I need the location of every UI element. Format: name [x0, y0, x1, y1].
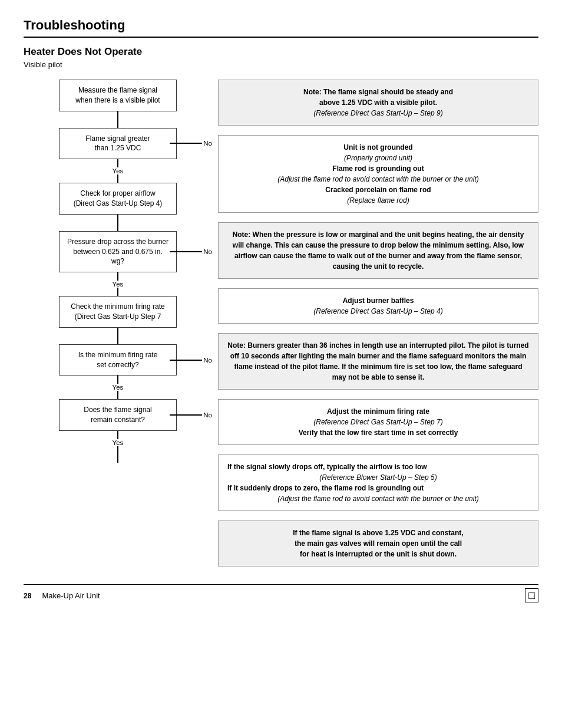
note-2: Unit is not grounded (Properly ground un… [218, 135, 538, 213]
note-2-line5: Cracked porcelain on flame rod [227, 185, 529, 195]
vc [117, 431, 118, 439]
vc [117, 446, 118, 463]
note-7-line4: (Adjust the flame rod to avoid contact w… [227, 493, 529, 504]
flow-right-column: Note: The flame signal should be steady … [212, 80, 538, 566]
no-label-4: No [203, 248, 212, 255]
branch-row-4: Pressure drop across the burnerbetween 0… [24, 231, 212, 272]
yes-label-2: Yes [113, 167, 124, 174]
no-connector-4: No [170, 248, 212, 255]
note-3: Note: When the pressure is low or margin… [218, 222, 538, 279]
flow-diagram: Measure the flame signalwhen there is a … [24, 80, 538, 566]
yes-section-4: Yes [24, 272, 212, 296]
note-7-line3: If it suddenly drops to zero, the flame … [227, 483, 529, 493]
note-6-line2: (Reference Direct Gas Start-Up – Step 7) [227, 417, 529, 427]
note-3-content: Note: When the pressure is low or margin… [227, 229, 529, 272]
note-7-line2: (Reference Blower Start-Up – Step 5) [227, 472, 529, 483]
no-connector-7: No [170, 411, 212, 419]
flow-box-6: Is the minimum firing rateset correctly? [59, 344, 177, 376]
flow-box-1: Measure the flame signalwhen there is a … [59, 80, 177, 111]
vc [117, 159, 118, 167]
no-connector-2: No [170, 140, 212, 147]
note-2-line2: (Properly ground unit) [227, 153, 529, 163]
note-2-line3: Flame rod is grounding out [227, 163, 529, 174]
section-subtitle: Visible pilot [24, 60, 538, 69]
page-number: 28 [24, 592, 31, 600]
vc [117, 288, 118, 296]
connector-line [117, 328, 118, 344]
note-1-ref: (Reference Direct Gas Start-Up – Step 9) [227, 108, 529, 118]
no-label-2: No [203, 140, 212, 147]
note-2-line1: Unit is not grounded [227, 142, 529, 153]
note-4: Adjust burner baffles (Reference Direct … [218, 288, 538, 324]
h-line [170, 414, 202, 416]
branch-row-7: Does the flame signalremain constant? No [24, 399, 212, 431]
h-line [170, 251, 202, 252]
note-5: Note: Burners greater than 36 inches in … [218, 333, 538, 390]
note-6-line3: Verify that the low fire start time in s… [227, 427, 529, 438]
note-8: If the flame signal is above 1.25 VDC an… [218, 521, 538, 566]
yes-label-6: Yes [113, 384, 124, 391]
flow-left-column: Measure the flame signalwhen there is a … [24, 80, 212, 463]
yes-label-7: Yes [113, 439, 124, 446]
note-7-line1: If the signal slowly drops off, typicall… [227, 462, 529, 472]
yes-label-4: Yes [113, 281, 124, 288]
connector-line [117, 215, 118, 231]
branch-row-2: Flame signal greaterthan 1.25 VDC No [24, 128, 212, 160]
flow-box-2: Flame signal greaterthan 1.25 VDC [59, 128, 177, 160]
product-name: Make-Up Air Unit [42, 591, 100, 600]
note-1: Note: The flame signal should be steady … [218, 80, 538, 126]
vc [117, 174, 118, 183]
vc [117, 375, 118, 384]
h-line [170, 360, 202, 361]
note-1-title: Note: The flame signal should be steady … [227, 87, 529, 108]
note-4-title: Adjust burner baffles [227, 295, 529, 306]
note-6: Adjust the minimum firing rate (Referenc… [218, 399, 538, 445]
vc [117, 272, 118, 281]
footer-icon: □ [525, 588, 538, 602]
flow-box-7: Does the flame signalremain constant? [59, 399, 177, 431]
yes-section-2: Yes [24, 159, 212, 183]
no-label-6: No [203, 357, 212, 364]
page-title: Troubleshooting [24, 18, 538, 38]
h-line [170, 143, 202, 144]
flow-box-4: Pressure drop across the burnerbetween 0… [59, 231, 177, 272]
flow-box-3: Check for proper airflow(Direct Gas Star… [59, 183, 177, 215]
no-label-7: No [203, 411, 212, 419]
yes-section-6: Yes [24, 375, 212, 399]
section-title: Heater Does Not Operate [24, 46, 538, 58]
note-5-content: Note: Burners greater than 36 inches in … [227, 340, 529, 383]
note-2-line6: (Replace flame rod) [227, 195, 529, 206]
footer-left: 28 Make-Up Air Unit [24, 591, 100, 600]
no-connector-6: No [170, 357, 212, 364]
footer: 28 Make-Up Air Unit □ [24, 584, 538, 602]
note-8-content: If the flame signal is above 1.25 VDC an… [227, 528, 529, 559]
flow-box-5: Check the minimum firing rate(Direct Gas… [59, 296, 177, 328]
note-6-line1: Adjust the minimum firing rate [227, 406, 529, 417]
note-4-ref: (Reference Direct Gas Start-Up – Step 4) [227, 306, 529, 317]
vc [117, 391, 118, 399]
connector-line [117, 111, 118, 128]
note-7: If the signal slowly drops off, typicall… [218, 454, 538, 511]
yes-section-7: Yes [24, 431, 212, 463]
branch-row-6: Is the minimum firing rateset correctly?… [24, 344, 212, 376]
note-2-line4: (Adjust the flame rod to avoid contact w… [227, 174, 529, 185]
